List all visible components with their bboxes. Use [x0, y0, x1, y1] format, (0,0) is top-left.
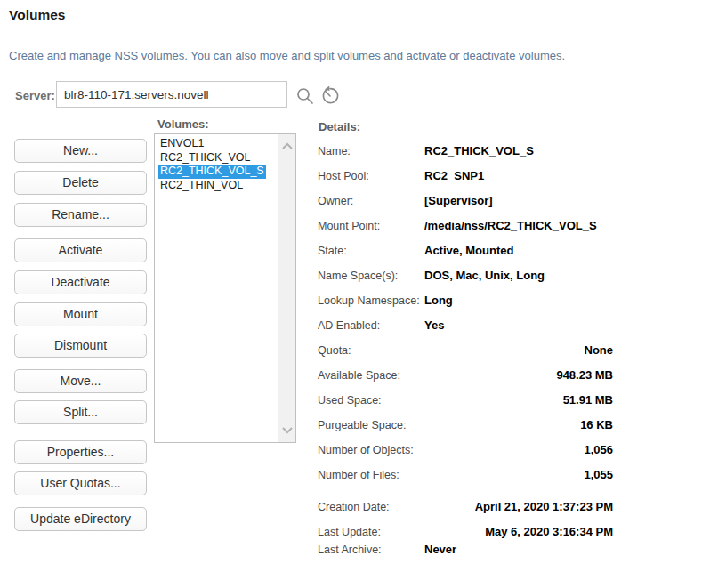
list-item[interactable]: RC2_THICK_VOL: [158, 151, 252, 165]
detail-label: State:: [318, 244, 424, 258]
detail-label: Last Update:: [318, 525, 424, 539]
detail-row-last-archive: Last Archive: Never: [318, 543, 613, 568]
user-quotas-button[interactable]: User Quotas...: [14, 471, 147, 495]
detail-row-name-spaces: Name Space(s): DOS, Mac, Unix, Long: [318, 269, 613, 294]
detail-row-creation-date: Creation Date: April 21, 2020 1:37:23 PM: [318, 500, 613, 525]
server-label: Server:: [15, 89, 55, 102]
history-icon[interactable]: [319, 85, 341, 107]
detail-value: May 6, 2020 3:16:34 PM: [424, 525, 613, 539]
page-title: Volumes: [9, 7, 65, 23]
detail-value: None: [424, 343, 613, 358]
detail-value: 51.91 MB: [424, 393, 613, 407]
detail-row-host-pool: Host Pool: RC2_SNP1: [318, 169, 613, 194]
detail-row-ad-enabled: AD Enabled: Yes: [318, 318, 613, 343]
detail-row-state: State: Active, Mounted: [318, 244, 613, 269]
mount-button[interactable]: Mount: [14, 302, 147, 326]
listbox-scrollbar[interactable]: [278, 134, 295, 442]
detail-label: Purgeable Space:: [318, 418, 424, 432]
detail-value: /media/nss/RC2_THICK_VOL_S: [424, 219, 613, 233]
detail-label: Number of Objects:: [318, 443, 424, 457]
scroll-up-icon[interactable]: [282, 142, 293, 149]
delete-button[interactable]: Delete: [14, 171, 147, 195]
detail-label: Available Space:: [318, 368, 424, 383]
detail-row-quota: Quota: None: [318, 343, 613, 368]
detail-value: April 21, 2020 1:37:23 PM: [424, 500, 613, 514]
activate-button[interactable]: Activate: [14, 238, 147, 262]
detail-label: Owner:: [318, 194, 424, 208]
properties-button[interactable]: Properties...: [14, 440, 147, 464]
move-button[interactable]: Move...: [14, 369, 147, 393]
server-input[interactable]: [56, 81, 287, 108]
detail-label: Used Space:: [318, 393, 424, 407]
detail-label: Name Space(s):: [318, 269, 424, 283]
detail-value: [Supervisor]: [424, 194, 613, 208]
details-label: Details:: [319, 120, 360, 133]
new-button[interactable]: New...: [14, 139, 147, 163]
list-item[interactable]: RC2_THIN_VOL: [158, 179, 245, 193]
detail-row-number-of-objects: Number of Objects: 1,056: [318, 443, 613, 468]
scroll-down-icon[interactable]: [282, 427, 293, 434]
dismount-button[interactable]: Dismount: [14, 334, 147, 358]
page-description: Create and manage NSS volumes. You can a…: [9, 49, 565, 62]
volumes-page: Volumes Create and manage NSS volumes. Y…: [0, 0, 718, 588]
detail-row-owner: Owner: [Supervisor]: [318, 194, 613, 219]
search-icon[interactable]: [294, 85, 316, 107]
detail-row-used-space: Used Space: 51.91 MB: [318, 393, 613, 418]
update-edirectory-button[interactable]: Update eDirectory: [14, 507, 147, 531]
detail-row-name: Name: RC2_THICK_VOL_S: [318, 144, 613, 169]
detail-label: Creation Date:: [318, 500, 424, 514]
detail-value: Long: [424, 294, 613, 308]
split-button[interactable]: Split...: [14, 400, 147, 424]
detail-label: Quota:: [318, 343, 424, 358]
detail-row-purgeable-space: Purgeable Space: 16 KB: [318, 418, 613, 443]
detail-row-number-of-files: Number of Files: 1,055: [318, 468, 613, 493]
detail-label: Host Pool:: [318, 169, 424, 183]
detail-value: Yes: [424, 318, 613, 333]
detail-label: AD Enabled:: [318, 318, 424, 333]
volumes-list-label: Volumes:: [157, 117, 209, 131]
list-item[interactable]: ENVOL1: [158, 137, 206, 151]
volumes-listbox[interactable]: ENVOL1 RC2_THICK_VOL RC2_THICK_VOL_S RC2…: [154, 133, 296, 443]
deactivate-button[interactable]: Deactivate: [14, 270, 147, 294]
detail-label: Last Archive:: [318, 543, 424, 557]
details-panel: Name: RC2_THICK_VOL_S Host Pool: RC2_SNP…: [318, 144, 613, 568]
detail-row-lookup-namespace: Lookup Namespace: Long: [318, 294, 613, 318]
detail-row-available-space: Available Space: 948.23 MB: [318, 368, 613, 393]
detail-label: Number of Files:: [318, 468, 424, 482]
list-item-selected[interactable]: RC2_THICK_VOL_S: [158, 165, 266, 179]
detail-value: 948.23 MB: [424, 368, 613, 383]
detail-value: DOS, Mac, Unix, Long: [424, 269, 613, 283]
detail-value: RC2_THICK_VOL_S: [424, 144, 613, 158]
volumes-list: ENVOL1 RC2_THICK_VOL RC2_THICK_VOL_S RC2…: [158, 137, 277, 192]
detail-label: Mount Point:: [318, 219, 424, 233]
detail-value: RC2_SNP1: [424, 169, 613, 183]
detail-value: Never: [424, 543, 613, 557]
detail-row-mount-point: Mount Point: /media/nss/RC2_THICK_VOL_S: [318, 219, 613, 244]
detail-label: Lookup Namespace:: [318, 294, 424, 308]
rename-button[interactable]: Rename...: [14, 203, 147, 227]
detail-value: 16 KB: [424, 418, 613, 432]
detail-value: 1,055: [424, 468, 613, 482]
detail-value: 1,056: [424, 443, 613, 457]
detail-label: Name:: [318, 144, 424, 158]
detail-value: Active, Mounted: [424, 244, 613, 258]
